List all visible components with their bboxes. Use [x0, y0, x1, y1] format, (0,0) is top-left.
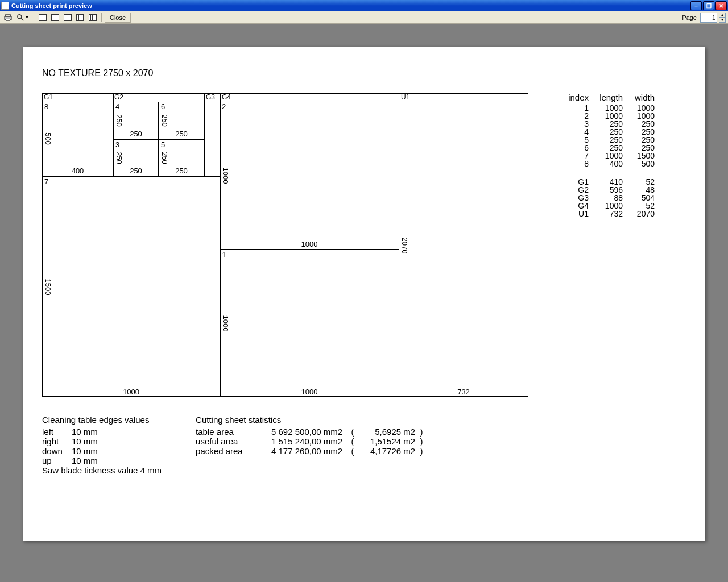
toolbar: ▼ Close Page ▲ ▼	[0, 11, 728, 24]
page-label: Page	[682, 14, 697, 21]
blade-thickness: Saw blade tickness value 4 mm	[42, 465, 162, 475]
strip-label-g4: G4	[222, 93, 231, 101]
edges-title: Cleaning table edges values	[42, 415, 162, 425]
table-row: 110001000	[562, 104, 655, 112]
dimensions-table: index length width 110001000210001000325…	[562, 93, 655, 397]
table-row: 3250250	[562, 120, 655, 128]
table-row: 8400500	[562, 160, 655, 168]
table-row: G259648	[562, 186, 655, 194]
zoom-button[interactable]: ▼	[15, 13, 31, 23]
svg-rect-0	[6, 14, 11, 16]
col-length: length	[589, 93, 623, 102]
page-number-input[interactable]	[700, 13, 717, 23]
piece-8: 8 500 400	[43, 102, 113, 176]
stats-block: Cutting sheet statistics table area5 692…	[196, 415, 438, 475]
print-page: NO TEXTURE 2750 x 2070 G1 G2 G3 G4 U1 8	[23, 47, 705, 541]
table-row: G4100052	[562, 202, 655, 210]
svg-line-4	[21, 18, 23, 20]
piece-2: 2 1000 1000	[220, 102, 399, 250]
table-row: G141052	[562, 178, 655, 186]
svg-point-3	[18, 14, 22, 18]
piece-6: 6 250 250	[159, 102, 204, 139]
view-sixpage-button[interactable]	[87, 13, 98, 23]
diagram-line	[204, 94, 205, 177]
printer-icon	[4, 14, 12, 22]
piece-5: 5 250 250	[159, 139, 204, 176]
strip-label-g2: G2	[114, 93, 123, 101]
svg-rect-2	[6, 18, 10, 20]
table-row: G388504	[562, 194, 655, 202]
table-row: 710001500	[562, 152, 655, 160]
strip-label-g3: G3	[206, 93, 215, 101]
magnifier-icon	[16, 14, 24, 22]
toolbar-separator	[101, 13, 102, 22]
window-title: Cutting sheet print preview	[11, 2, 92, 9]
page-down-button[interactable]: ▼	[719, 18, 726, 23]
strip-label-g1: G1	[44, 93, 53, 101]
table-row: 6250250	[562, 144, 655, 152]
toolbar-separator	[34, 13, 34, 22]
table-row: 210001000	[562, 112, 655, 120]
close-window-button[interactable]: ✕	[715, 1, 727, 10]
close-preview-button[interactable]: Close	[105, 13, 131, 23]
table-row: 5250250	[562, 136, 655, 144]
view-onepage-button[interactable]	[37, 13, 48, 23]
piece-u1: 2070 732	[399, 94, 528, 397]
piece-1: 1 1000 1000	[220, 250, 399, 397]
workspace: NO TEXTURE 2750 x 2070 G1 G2 G3 G4 U1 8	[0, 24, 728, 547]
page-up-button[interactable]: ▲	[719, 13, 726, 18]
edges-block: Cleaning table edges values left10 mm ri…	[42, 415, 162, 475]
stats-title: Cutting sheet statistics	[196, 415, 438, 425]
stats-row: table area5 692 500,00 mm2(5,6925 m2 )	[196, 427, 438, 436]
dropdown-caret-icon: ▼	[25, 15, 29, 19]
piece-3: 3 250 250	[113, 139, 159, 176]
diagram-line	[113, 94, 114, 102]
piece-7: 7 1500 1000	[43, 176, 220, 397]
view-fourpage-button[interactable]	[75, 13, 86, 23]
threepage-icon	[64, 14, 72, 21]
onepage-icon	[39, 14, 47, 21]
col-index: index	[562, 93, 589, 102]
cutting-diagram: G1 G2 G3 G4 U1 8 500 400	[42, 93, 528, 397]
minimize-button[interactable]: –	[690, 1, 702, 10]
sheet-title: NO TEXTURE 2750 x 2070	[42, 68, 686, 78]
piece-4: 4 250 250	[113, 102, 159, 139]
fourpage-icon	[76, 14, 84, 21]
table-row: U17322070	[562, 210, 655, 218]
maximize-button[interactable]: ❐	[703, 1, 714, 10]
view-twopage-button[interactable]	[49, 13, 61, 23]
sixpage-icon	[89, 14, 97, 21]
print-button[interactable]	[2, 13, 14, 23]
app-icon	[1, 2, 9, 10]
stats-row: packed area4 177 260,00 mm2(4,17726 m2 )	[196, 446, 438, 456]
twopage-icon	[51, 14, 59, 21]
stats-row: useful area1 515 240,00 mm2(1,51524 m2 )	[196, 436, 438, 446]
table-row: 4250250	[562, 128, 655, 136]
titlebar: Cutting sheet print preview – ❐ ✕	[0, 0, 728, 11]
col-width: width	[623, 93, 655, 102]
view-threepage-button[interactable]	[62, 13, 73, 23]
